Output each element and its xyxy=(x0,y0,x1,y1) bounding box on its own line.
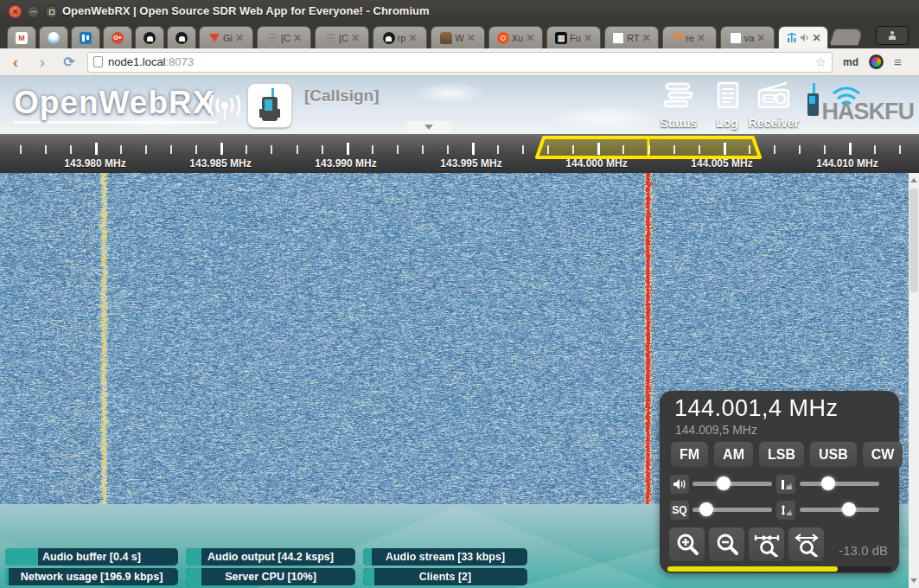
nav-receiver[interactable]: Receiver xyxy=(745,81,802,130)
frequency-label: 143.985 MHz xyxy=(189,157,251,169)
browser-tab[interactable]: va✕ xyxy=(720,26,775,48)
browser-tab[interactable]: ▥Fu✕ xyxy=(546,26,601,48)
zoom-fit-button[interactable] xyxy=(749,527,784,561)
pinned-tab[interactable]: G+ xyxy=(103,26,132,48)
camera-extension-icon[interactable] xyxy=(869,54,884,69)
trello-icon xyxy=(80,32,92,44)
profile-button[interactable] xyxy=(876,26,909,45)
browser-toolbar: ‹ › ⟳ node1.local :8073 ☆ md ≡ xyxy=(0,48,919,76)
frequency-scale[interactable]: 143.980 MHz143.985 MHz143.990 MHz143.995… xyxy=(0,134,919,173)
squelch-button[interactable]: SQ xyxy=(670,501,689,520)
header-collapse-button[interactable] xyxy=(406,121,451,132)
squelch-slider[interactable] xyxy=(692,508,772,512)
scale-tick xyxy=(271,145,272,154)
zoom-in-icon xyxy=(675,533,699,557)
md-extension-badge[interactable]: md xyxy=(843,56,858,68)
tab-close-icon[interactable]: ✕ xyxy=(467,32,475,44)
browser-tab[interactable]: [C✕ xyxy=(257,26,311,48)
pinned-tab[interactable] xyxy=(39,26,68,48)
browser-menu-icon[interactable]: ≡ xyxy=(894,54,902,69)
status-label: Audio stream [33 kbps] xyxy=(386,551,505,563)
volume-slider-thumb[interactable] xyxy=(717,476,731,490)
window-minimize-button[interactable]: ─ xyxy=(27,5,40,18)
back-button[interactable]: ‹ xyxy=(4,52,27,73)
address-bar[interactable]: node1.local :8073 ☆ xyxy=(87,52,833,73)
tab-close-icon[interactable]: ✕ xyxy=(812,32,820,44)
mode-button-am[interactable]: AM xyxy=(714,442,753,467)
scrollbar-thumb[interactable] xyxy=(909,189,918,292)
page-scrollbar[interactable] xyxy=(909,173,919,588)
active-tab-openwebrx[interactable]: ✕ xyxy=(778,26,828,48)
squelch-slider-thumb[interactable] xyxy=(699,502,713,516)
waterfall-min-slider[interactable] xyxy=(800,482,879,486)
zoom-full-button[interactable] xyxy=(788,527,824,561)
receiver-panel: 144.001,4 MHz 144.009,5 MHz FMAMLSBUSBCW… xyxy=(660,391,899,573)
browser-tab[interactable]: W✕ xyxy=(431,26,485,48)
browser-tab[interactable]: RT✕ xyxy=(604,26,659,48)
pinned-tab[interactable] xyxy=(167,26,196,48)
tab-close-icon[interactable]: ✕ xyxy=(235,32,244,44)
scale-tick xyxy=(372,145,373,154)
browser-tab[interactable]: Xu✕ xyxy=(488,26,543,48)
status-progressbar: Server CPU [10%] xyxy=(186,568,355,585)
status-label: Network usage [196.9 kbps] xyxy=(21,571,163,583)
frequency-label: 143.990 MHz xyxy=(315,157,376,169)
tab-close-icon[interactable]: ✕ xyxy=(697,32,705,44)
browser-tab[interactable]: re✕ xyxy=(662,26,717,48)
pinned-tab[interactable] xyxy=(71,26,100,48)
browser-tab[interactable]: [C✕ xyxy=(315,26,369,48)
volume-slider[interactable] xyxy=(692,482,772,486)
window-close-button[interactable]: ✕ xyxy=(9,5,22,18)
waterfall-max-thumb[interactable] xyxy=(842,502,856,516)
speaker-icon xyxy=(673,478,686,490)
gmail-icon: M xyxy=(16,32,28,44)
ubuntu-icon xyxy=(497,32,509,44)
brand-logo: HASKFU xyxy=(801,80,917,128)
tab-label: RT xyxy=(627,33,639,43)
waterfall-min-button[interactable] xyxy=(776,475,795,494)
browser-tab[interactable]: rp✕ xyxy=(373,26,427,48)
tab-close-icon[interactable]: ✕ xyxy=(526,32,534,44)
frequency-label: 144.010 MHz xyxy=(816,157,878,169)
mode-button-cw[interactable]: CW xyxy=(863,442,903,467)
browser-tab[interactable]: Gi✕ xyxy=(199,26,253,48)
pinned-tab[interactable]: M xyxy=(7,26,36,48)
scale-tick xyxy=(347,143,349,155)
circle-icon xyxy=(673,33,683,42)
tab-audio-icon[interactable] xyxy=(800,30,809,46)
mode-button-usb[interactable]: USB xyxy=(810,442,857,467)
mode-button-fm[interactable]: FM xyxy=(671,442,708,467)
waterfall-auto-button[interactable] xyxy=(776,501,795,520)
forward-button[interactable]: › xyxy=(31,52,54,73)
pinned-tab[interactable] xyxy=(135,26,164,48)
status-label: Audio buffer [0.4 s] xyxy=(42,551,141,563)
new-tab-button[interactable] xyxy=(829,29,864,46)
scale-tick xyxy=(799,145,801,154)
waterfall-min-thumb[interactable] xyxy=(821,476,835,490)
signal-level-readout: -13.0 dB xyxy=(839,543,888,558)
mode-button-lsb[interactable]: LSB xyxy=(759,442,804,467)
zoom-out-button[interactable] xyxy=(709,527,744,561)
zoom-in-button[interactable] xyxy=(669,527,705,561)
zoom-controls xyxy=(669,527,824,561)
scale-tick xyxy=(648,145,650,154)
tab-close-icon[interactable]: ✕ xyxy=(351,32,360,44)
tab-close-icon[interactable]: ✕ xyxy=(642,32,651,44)
scroll-down-arrow[interactable] xyxy=(910,578,917,583)
tab-close-icon[interactable]: ✕ xyxy=(293,32,302,44)
window-maximize-button[interactable] xyxy=(45,5,58,18)
scale-tick xyxy=(724,143,726,155)
tuned-frequency[interactable]: 144.001,4 MHz xyxy=(674,395,839,422)
tab-close-icon[interactable]: ✕ xyxy=(408,32,417,44)
tab-close-icon[interactable]: ✕ xyxy=(756,32,765,44)
scale-tick xyxy=(673,145,675,154)
waterfall-max-slider[interactable] xyxy=(800,508,879,512)
status-label: Clients [2] xyxy=(419,571,471,583)
bookmark-star-icon[interactable]: ☆ xyxy=(815,54,826,70)
mute-button[interactable] xyxy=(670,475,689,494)
reload-button[interactable]: ⟳ xyxy=(58,52,80,73)
receiver-avatar[interactable] xyxy=(247,83,292,128)
scroll-up-arrow[interactable] xyxy=(910,178,917,182)
url-port: :8073 xyxy=(166,55,195,68)
tab-close-icon[interactable]: ✕ xyxy=(584,32,592,44)
